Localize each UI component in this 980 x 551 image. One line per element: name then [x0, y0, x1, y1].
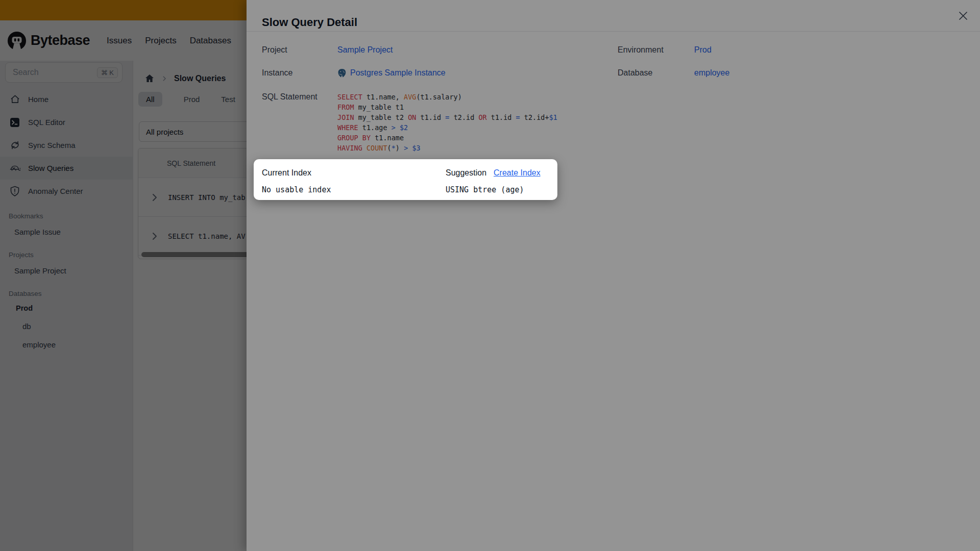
index-advisor-popover: Current Index Suggestion Create Index No… [254, 159, 557, 200]
app: Bytebase IssuesProjectsDatabases Search … [0, 0, 980, 551]
suggestion-value: USING btree (age) [446, 185, 549, 194]
current-index-label: Current Index [262, 168, 446, 178]
current-index-value: No usable index [262, 185, 446, 194]
create-index-link[interactable]: Create Index [494, 168, 541, 178]
popover-backdrop[interactable] [0, 0, 980, 551]
suggestion-label: Suggestion [446, 168, 486, 178]
